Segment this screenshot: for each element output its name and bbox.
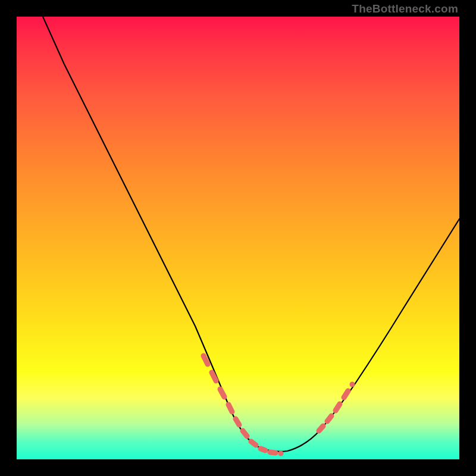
curve-highlight-left [203,356,284,456]
bottleneck-curve [43,17,459,452]
dash-segment [344,391,348,397]
dash-segment [220,389,224,397]
curve-highlight-right [319,382,355,431]
dash-segment [236,419,239,425]
dash-segment [336,404,340,411]
dash-segment [327,416,331,421]
dash-segment [350,382,355,387]
attribution-text: TheBottleneck.com [352,2,458,15]
dash-segment [261,449,265,450]
dash-segment [243,431,247,436]
chart-plot-area [17,17,459,459]
dash-segment [251,441,256,445]
dash-segment [212,372,216,381]
dash-segment [278,451,284,456]
dash-segment [228,405,232,412]
bottleneck-curve-svg [17,17,459,459]
dash-segment [203,356,208,364]
dash-segment [270,452,275,453]
dash-segment [319,426,323,431]
